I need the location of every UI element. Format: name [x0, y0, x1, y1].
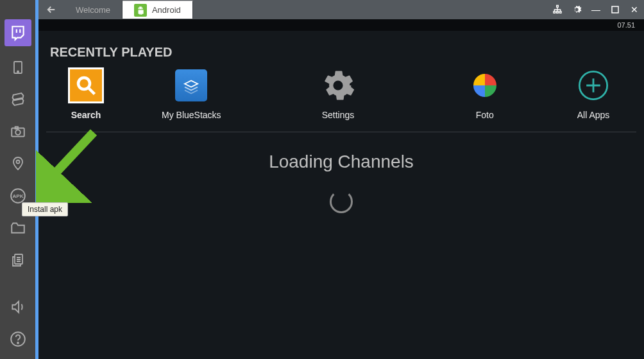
- app-bluestacks[interactable]: My BlueStacks: [118, 67, 265, 120]
- folder-icon[interactable]: [6, 216, 30, 240]
- svg-point-18: [78, 78, 90, 89]
- loading-area: Loading Channels: [38, 132, 644, 359]
- svg-point-11: [139, 7, 140, 8]
- tab-welcome[interactable]: Welcome: [64, 1, 123, 19]
- recently-played-row: Search My BlueStacks Settings: [46, 67, 636, 132]
- app-label: Foto: [476, 110, 494, 120]
- section-title: RECENTLY PLAYED: [38, 31, 644, 67]
- svg-rect-17: [612, 6, 618, 13]
- location-icon[interactable]: [6, 152, 30, 176]
- phone-icon[interactable]: [6, 55, 30, 80]
- main-area: Welcome Android — ✕: [38, 0, 644, 359]
- close-button[interactable]: ✕: [625, 0, 644, 19]
- loading-text: Loading Channels: [269, 152, 414, 172]
- settings-icon[interactable]: [567, 0, 586, 19]
- camera-icon[interactable]: [6, 119, 30, 144]
- app-all-apps[interactable]: All Apps: [558, 67, 629, 120]
- copy-icon[interactable]: [6, 248, 30, 272]
- svg-text:APK: APK: [12, 193, 23, 199]
- install-apk-tooltip: Install apk: [22, 202, 68, 216]
- svg-rect-15: [557, 12, 559, 13]
- minimize-button[interactable]: —: [586, 0, 606, 19]
- app-foto[interactable]: Foto: [411, 67, 558, 120]
- svg-point-10: [17, 342, 19, 344]
- titlebar: Welcome Android — ✕: [38, 0, 644, 19]
- app-sidebar: APK: [0, 0, 35, 359]
- twitch-icon[interactable]: [4, 19, 31, 46]
- svg-point-3: [15, 130, 21, 135]
- bluestacks-icon: [175, 69, 207, 101]
- svg-point-5: [16, 161, 19, 164]
- svg-point-12: [141, 7, 142, 8]
- plus-circle-icon: [575, 67, 611, 103]
- svg-rect-16: [559, 12, 561, 13]
- gear-icon: [320, 67, 356, 103]
- maximize-button[interactable]: [606, 0, 625, 19]
- svg-point-19: [335, 82, 341, 89]
- app-search[interactable]: Search: [54, 67, 118, 120]
- app-settings[interactable]: Settings: [265, 67, 412, 120]
- clock-time: 07.51: [617, 21, 635, 29]
- tab-label: Android: [152, 5, 181, 15]
- tab-label: Welcome: [76, 5, 110, 15]
- loading-spinner-icon: [330, 190, 353, 213]
- app-label: Search: [71, 110, 101, 120]
- help-icon[interactable]: [6, 327, 30, 351]
- volume-icon[interactable]: [6, 295, 30, 319]
- android-icon: [134, 4, 147, 17]
- network-icon[interactable]: [548, 0, 567, 19]
- photos-icon: [467, 67, 503, 103]
- status-bar: 07.51: [38, 19, 644, 31]
- svg-point-1: [17, 71, 19, 73]
- svg-rect-13: [557, 5, 559, 7]
- svg-rect-14: [554, 12, 555, 13]
- search-icon: [68, 67, 104, 103]
- tab-android[interactable]: Android: [123, 1, 193, 19]
- app-label: Settings: [322, 110, 355, 120]
- rotate-icon[interactable]: [6, 87, 30, 112]
- app-label: My BlueStacks: [162, 110, 221, 120]
- app-label: All Apps: [577, 110, 610, 120]
- back-button[interactable]: [38, 0, 64, 19]
